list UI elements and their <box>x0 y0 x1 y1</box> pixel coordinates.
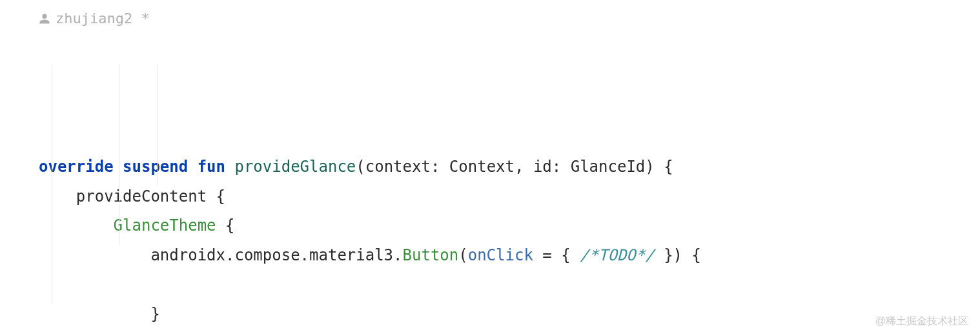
brace-close: } <box>150 305 159 323</box>
keyword-override: override <box>39 158 114 176</box>
function-name: provideGlance <box>234 158 356 176</box>
author-name: zhujiang2 <box>56 5 132 32</box>
named-arg-onclick: onClick <box>468 246 533 264</box>
call-provideContent: provideContent <box>76 187 207 205</box>
param-type: Context <box>449 158 515 176</box>
indent-guide <box>119 65 119 246</box>
paren-close: ) <box>645 158 654 176</box>
keyword-fun: fun <box>198 158 225 176</box>
dirty-marker: * <box>141 5 149 32</box>
brace-open: { <box>655 158 673 176</box>
param-name: context <box>365 158 431 176</box>
keyword-suspend: suspend <box>123 158 188 176</box>
watermark: @稀土掘金技术社区 <box>875 311 968 331</box>
call-button: Button <box>403 246 459 264</box>
brace-open: { <box>207 187 225 205</box>
brace-open: { <box>216 216 235 235</box>
indent-guide <box>158 65 158 186</box>
param-name: id <box>533 158 552 176</box>
brace-open: { <box>682 246 701 264</box>
call-glancetheme: GlanceTheme <box>114 216 216 235</box>
code-block[interactable]: override suspend fun provideGlance(conte… <box>0 35 980 336</box>
param-type: GlanceId <box>571 158 646 176</box>
todo-comment: /*TODO*/ <box>580 246 655 264</box>
indent-guide <box>52 65 52 304</box>
author-annotation: zhujiang2 * <box>0 5 980 32</box>
paren-open: ( <box>356 158 365 176</box>
package-path: androidx.compose.material3. <box>150 246 402 264</box>
person-icon <box>39 13 50 25</box>
